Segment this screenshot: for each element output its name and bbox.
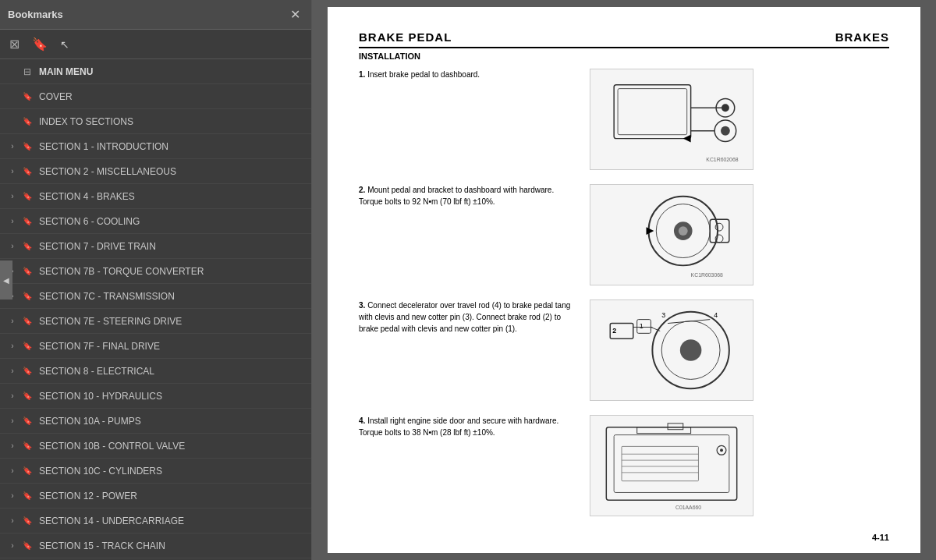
expand-icon-s12: › xyxy=(6,491,19,500)
step-4-text: 4. Install right engine side door and se… xyxy=(359,415,577,438)
bookmark-flag-icon: 🔖 xyxy=(20,142,34,151)
expand-icon-s10c: › xyxy=(6,466,19,475)
doc-step-4: 4. Install right engine side door and se… xyxy=(359,415,889,516)
bookmark-label-s2: SECTION 2 - MISCELLANEOUS xyxy=(39,166,308,177)
bookmark-flag-icon: 🔖 xyxy=(20,441,34,450)
expand-icon-s7e: › xyxy=(6,317,19,325)
bookmark-label-s7b: SECTION 7B - TORQUE CONVERTER xyxy=(39,266,308,277)
bookmark-item-s14[interactable]: ›🔖SECTION 14 - UNDERCARRIAGE xyxy=(0,509,311,533)
bookmark-item-s10[interactable]: ›🔖SECTION 10 - HYDRAULICS xyxy=(0,384,311,409)
bookmark-icon[interactable]: 🔖 xyxy=(29,35,51,53)
bookmark-flag-icon: 🔖 xyxy=(20,217,34,225)
bookmark-item-s7[interactable]: ›🔖SECTION 7 - DRIVE TRAIN xyxy=(0,234,311,259)
bookmark-label-s7f: SECTION 7F - FINAL DRIVE xyxy=(39,341,308,352)
bookmark-flag-icon: 🔖 xyxy=(20,516,34,525)
bookmark-flag-icon: 🔖 xyxy=(20,192,34,200)
bookmark-item-main-menu[interactable]: ⊟MAIN MENU xyxy=(0,59,311,84)
document-page: BRAKE PEDAL BRAKES INSTALLATION 1. Inser… xyxy=(328,7,920,553)
bookmarks-title: Bookmarks xyxy=(8,9,63,20)
bookmarks-panel: Bookmarks ✕ ⊠ 🔖 ↖ ⊟MAIN MENU🔖COVER🔖INDEX… xyxy=(0,0,312,560)
step-2-text: 2. Mount pedal and bracket to dashboard … xyxy=(359,184,577,207)
doc-step-3: 3. Connect decelerator over travel rod (… xyxy=(359,299,889,401)
expand-icon-s15: › xyxy=(6,541,19,550)
bookmark-item-s7b[interactable]: ›🔖SECTION 7B - TORQUE CONVERTER xyxy=(0,259,311,284)
document-panel: BRAKE PEDAL BRAKES INSTALLATION 1. Inser… xyxy=(312,0,936,560)
expand-icon-s2: › xyxy=(6,167,19,175)
bookmark-flag-icon: ⊟ xyxy=(20,66,34,77)
bookmark-item-s15[interactable]: ›🔖SECTION 15 - TRACK CHAIN xyxy=(0,533,311,558)
svg-text:1: 1 xyxy=(640,322,644,330)
bookmark-item-s7c[interactable]: ›🔖SECTION 7C - TRANSMISSION xyxy=(0,284,311,309)
bookmark-item-s12[interactable]: ›🔖SECTION 12 - POWER xyxy=(0,484,311,509)
grid-icon[interactable]: ⊠ xyxy=(6,35,23,53)
bookmark-item-s7e[interactable]: ›🔖SECTION 7E - STEERING DRIVE xyxy=(0,309,311,334)
doc-header: BRAKE PEDAL BRAKES xyxy=(359,30,889,48)
step-3-text: 3. Connect decelerator over travel rod (… xyxy=(359,299,577,335)
doc-section-title: BRAKES xyxy=(835,30,889,44)
svg-text:KC1R602068: KC1R602068 xyxy=(706,157,738,162)
bookmark-label-s1: SECTION 1 - INTRODUCTION xyxy=(39,141,308,152)
step-1-text: 1. Insert brake pedal to dashboard. xyxy=(359,69,577,80)
bookmarks-list[interactable]: ⊟MAIN MENU🔖COVER🔖INDEX TO SECTIONS›🔖SECT… xyxy=(0,59,311,560)
bookmark-label-s10: SECTION 10 - HYDRAULICS xyxy=(39,391,308,402)
bookmark-item-s7f[interactable]: ›🔖SECTION 7F - FINAL DRIVE xyxy=(0,334,311,359)
bookmark-label-s7e: SECTION 7E - STEERING DRIVE xyxy=(39,316,308,327)
bookmark-label-s15: SECTION 15 - TRACK CHAIN xyxy=(39,541,308,551)
bookmark-item-s2[interactable]: ›🔖SECTION 2 - MISCELLANEOUS xyxy=(0,159,311,184)
step-1-illustration: KC1R602068 xyxy=(590,69,753,170)
bookmark-item-s10c[interactable]: ›🔖SECTION 10C - CYLINDERS xyxy=(0,459,311,484)
doc-main-title: BRAKE PEDAL xyxy=(359,30,452,44)
bookmark-label-s10c: SECTION 10C - CYLINDERS xyxy=(39,466,308,477)
bookmark-label-s10a: SECTION 10A - PUMPS xyxy=(39,416,308,427)
expand-icon-s10a: › xyxy=(6,416,19,425)
expand-icon-s10b: › xyxy=(6,441,19,450)
cursor-icon: ↖ xyxy=(60,38,69,51)
bookmark-flag-icon: 🔖 xyxy=(20,167,34,175)
close-button[interactable]: ✕ xyxy=(287,7,303,23)
expand-icon-s1: › xyxy=(6,142,19,151)
bookmark-flag-icon: 🔖 xyxy=(20,491,34,500)
svg-point-43 xyxy=(720,448,723,452)
bookmark-label-main-menu: MAIN MENU xyxy=(39,66,308,77)
bookmark-flag-icon: 🔖 xyxy=(20,392,34,400)
bookmark-item-s10a[interactable]: ›🔖SECTION 10A - PUMPS xyxy=(0,409,311,434)
bookmark-flag-icon: 🔖 xyxy=(20,242,34,250)
bookmark-label-s7: SECTION 7 - DRIVE TRAIN xyxy=(39,241,308,252)
bookmark-flag-icon: 🔖 xyxy=(20,292,34,300)
svg-point-24 xyxy=(680,339,702,361)
svg-text:4: 4 xyxy=(714,311,718,319)
bookmark-item-index[interactable]: 🔖INDEX TO SECTIONS xyxy=(0,109,311,134)
bookmark-label-s12: SECTION 12 - POWER xyxy=(39,491,308,502)
bookmark-item-s10b[interactable]: ›🔖SECTION 10B - CONTROL VALVE xyxy=(0,434,311,459)
doc-content-area: 1. Insert brake pedal to dashboard. xyxy=(359,69,889,516)
doc-step-2: 2. Mount pedal and bracket to dashboard … xyxy=(359,184,889,285)
collapse-panel-button[interactable]: ◀ xyxy=(0,261,12,299)
svg-point-5 xyxy=(722,104,729,112)
svg-point-15 xyxy=(679,226,688,236)
expand-icon-s10: › xyxy=(6,392,19,400)
bookmark-item-s1[interactable]: ›🔖SECTION 1 - INTRODUCTION xyxy=(0,134,311,159)
step-3-illustration: 2 1 3 4 xyxy=(590,299,753,401)
step-4-illustration: C01AA660 xyxy=(590,415,753,516)
bookmark-flag-icon: 🔖 xyxy=(20,541,34,550)
bookmark-item-cover[interactable]: 🔖COVER xyxy=(0,84,311,109)
bookmark-item-s8[interactable]: ›🔖SECTION 8 - ELECTRICAL xyxy=(0,359,311,384)
expand-icon-s7f: › xyxy=(6,342,19,350)
bookmark-label-s4: SECTION 4 - BRAKES xyxy=(39,191,308,202)
bookmark-label-s7c: SECTION 7C - TRANSMISSION xyxy=(39,291,308,302)
expand-icon-s6: › xyxy=(6,217,19,225)
expand-icon-s8: › xyxy=(6,367,19,375)
doc-page-number: 4-11 xyxy=(872,533,889,542)
bookmark-item-s4[interactable]: ›🔖SECTION 4 - BRAKES xyxy=(0,184,311,209)
svg-rect-11 xyxy=(591,185,753,285)
bookmark-flag-icon: 🔖 xyxy=(20,317,34,325)
bookmark-flag-icon: 🔖 xyxy=(20,267,34,275)
bookmark-label-index: INDEX TO SECTIONS xyxy=(39,116,308,127)
bookmarks-toolbar: ⊠ 🔖 ↖ xyxy=(0,30,311,59)
svg-text:3: 3 xyxy=(661,311,665,319)
bookmark-flag-icon: 🔖 xyxy=(20,117,34,126)
bookmark-flag-icon: 🔖 xyxy=(20,342,34,350)
svg-text:KC1R603068: KC1R603068 xyxy=(691,272,723,278)
bookmark-item-s6[interactable]: ›🔖SECTION 6 - COOLING xyxy=(0,209,311,234)
bookmark-label-s14: SECTION 14 - UNDERCARRIAGE xyxy=(39,516,308,526)
